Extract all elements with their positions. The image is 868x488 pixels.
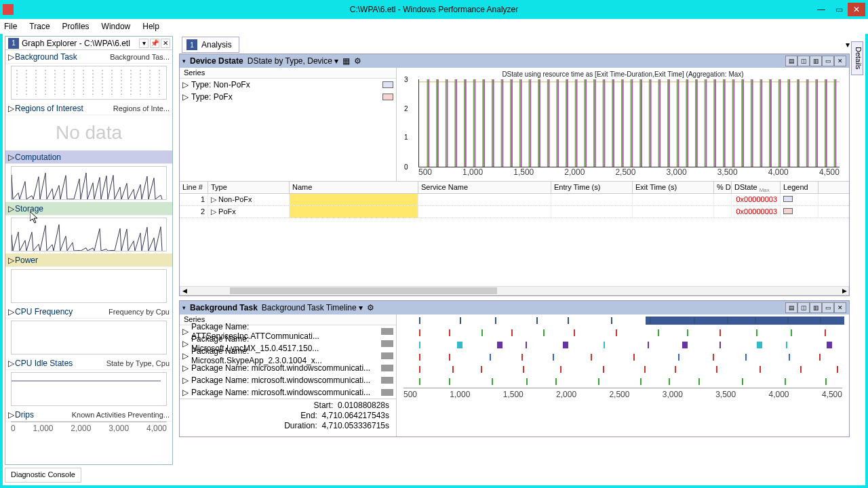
series-header: Series [180, 68, 396, 79]
workspace: 1 Graph Explorer - C:\WPA\6.etl ▾ 📌 ✕ ▷B… [3, 34, 865, 485]
titlebar: C:\WPA\6.etl - Windows Performance Analy… [0, 0, 868, 19]
chart-config-icon[interactable]: ⚙ [367, 303, 374, 312]
col-header[interactable]: Name [290, 182, 418, 193]
ge-pin-icon[interactable]: 📌 [150, 39, 159, 48]
timeline-row [397, 327, 849, 339]
ge-ruler: 01,0002,0003,0004,000 [11, 422, 167, 434]
col-header[interactable]: Entry Time (s) [551, 182, 633, 193]
chart-config-icon[interactable]: ⚙ [354, 56, 361, 66]
panel-preset[interactable]: Background Task Timeline ▾ [262, 303, 363, 312]
app-icon [3, 4, 14, 15]
view-table-only-icon[interactable]: ▥ [810, 56, 822, 66]
timeline-row [397, 375, 849, 388]
package-item[interactable]: ▷Package Name: microsoft.windowscommunic… [180, 362, 396, 374]
package-item[interactable]: ▷Package Name: microsoft.windowscommunic… [180, 386, 396, 399]
ge-title: Graph Explorer - C:\WPA\6.etl [22, 39, 130, 48]
timeline-row [397, 363, 849, 375]
analysis-tab-row: 1 Analysis ▾ [179, 36, 863, 54]
analysis-tab[interactable]: 1 Analysis [182, 37, 239, 53]
tab-overflow-icon[interactable]: ▾ [846, 40, 850, 49]
graph-explorer-panel: 1 Graph Explorer - C:\WPA\6.etl ▾ 📌 ✕ ▷B… [5, 36, 173, 465]
col-header[interactable]: Line # [180, 182, 208, 193]
analysis-badge: 1 [186, 39, 197, 50]
view-split-icon[interactable]: ◫ [797, 302, 810, 313]
data-table: Line #TypeNameService NameEntry Time (s)… [180, 181, 849, 296]
chart-type-icon[interactable]: ▦ [342, 56, 350, 66]
panel-close-icon[interactable]: ✕ [834, 302, 846, 313]
collapse-icon[interactable]: ▾ [182, 58, 186, 64]
timeline-row [397, 339, 849, 351]
details-tab[interactable]: Details [851, 41, 863, 75]
timeline-row [397, 314, 849, 327]
ge-section-2[interactable]: ▷Computation [5, 150, 172, 164]
ge-section-1[interactable]: ▷Regions of InterestRegions of Inte... [5, 102, 172, 115]
collapse-icon[interactable]: ▾ [182, 304, 186, 311]
package-item[interactable]: ▷Package Name: Microsoft.SkypeApp_2.3.0.… [180, 350, 396, 362]
ge-section-5[interactable]: ▷CPU FrequencyFrequency by Cpu [5, 305, 172, 319]
bgtask-header[interactable]: ▾ Background Task Background Task Timeli… [180, 301, 849, 314]
ge-thumbnail[interactable] [11, 166, 167, 200]
view-table-only-icon[interactable]: ▥ [810, 302, 822, 313]
diagnostic-console[interactable]: Diagnostic Console [5, 468, 81, 483]
col-header[interactable]: DState Max [732, 182, 781, 193]
ge-section-0[interactable]: ▷Background TaskBackground Tas... [5, 50, 172, 64]
device-dstate-panel: ▾ Device Dstate DState by Type, Device ▾… [179, 54, 850, 296]
package-pane: Series ▷Package Name: ATTServicesInc.ATT… [180, 314, 397, 436]
panel-close-icon[interactable]: ✕ [834, 56, 846, 66]
ge-thumbnail[interactable] [11, 372, 167, 406]
menubar: File Trace Profiles Window Help [0, 19, 868, 34]
col-header[interactable]: Legend [781, 182, 818, 193]
chart-xaxis: 5001,0001,5002,0002,5003,0003,5004,0004,… [418, 167, 840, 178]
table-row[interactable]: 2▷ PoFx0x00000003 [180, 206, 849, 218]
series-item[interactable]: ▷Type: PoFx [180, 91, 396, 103]
bgtask-panel: ▾ Background Task Background Task Timeli… [179, 300, 850, 437]
maximize-button[interactable]: ▭ [830, 3, 848, 16]
col-header[interactable]: Service Name [418, 182, 551, 193]
ge-thumbnail[interactable] [11, 66, 167, 100]
ge-badge: 1 [8, 38, 19, 49]
menu-help[interactable]: Help [142, 22, 159, 31]
series-pane: Series ▷Type: Non-PoFx▷Type: PoFx [180, 68, 397, 181]
series-item[interactable]: ▷Type: Non-PoFx [180, 79, 396, 91]
analysis-tab-label: Analysis [201, 40, 232, 49]
menu-profiles[interactable]: Profiles [62, 22, 90, 31]
panel-maximize-icon[interactable]: ▭ [822, 302, 834, 313]
ge-thumbnail[interactable] [11, 321, 167, 354]
graph-explorer-tab[interactable]: 1 Graph Explorer - C:\WPA\6.etl ▾ 📌 ✕ [5, 37, 172, 50]
view-split-icon[interactable]: ◫ [797, 56, 810, 66]
col-header[interactable]: Type [208, 182, 290, 193]
timeline-chart[interactable]: 5001,0001,5002,0002,5003,0003,5004,0004,… [397, 314, 849, 436]
minimize-button[interactable]: — [812, 3, 830, 16]
ge-section-6[interactable]: ▷CPU Idle StatesState by Type, Cpu [5, 357, 172, 370]
menu-file[interactable]: File [4, 22, 17, 31]
table-header[interactable]: Line #TypeNameService NameEntry Time (s)… [180, 182, 849, 194]
ge-thumbnail[interactable] [11, 269, 167, 303]
view-chart-only-icon[interactable]: ▤ [785, 302, 797, 313]
dstate-chart[interactable]: 3 2 1 0 [418, 79, 840, 167]
col-header[interactable]: % D [714, 182, 732, 193]
ge-section-4[interactable]: ▷Power [5, 253, 172, 267]
timeline-stats: Start: 0.010880828s End: 4,710.064217543… [180, 399, 396, 432]
panel-preset[interactable]: DState by Type, Device ▾ [248, 56, 339, 66]
close-button[interactable]: ✕ [848, 3, 865, 16]
menu-trace[interactable]: Trace [29, 22, 50, 31]
col-header[interactable]: Exit Time (s) [633, 182, 714, 193]
analysis-area: Details 1 Analysis ▾ ▾ Device Dstate DSt… [179, 36, 863, 465]
mouse-cursor-icon [30, 211, 41, 225]
package-item[interactable]: ▷Package Name: microsoft.windowscommunic… [180, 374, 396, 386]
menu-window[interactable]: Window [102, 22, 131, 31]
chart-pane: DState using resource time as [Exit Time… [397, 68, 849, 181]
table-row[interactable]: 1▷ Non-PoFx0x00000003 [180, 194, 849, 206]
ge-dropdown-icon[interactable]: ▾ [139, 39, 149, 48]
panel-title: Background Task [190, 303, 258, 312]
ge-close-icon[interactable]: ✕ [161, 39, 170, 48]
hscroll[interactable]: ◀▶ [180, 286, 849, 296]
ge-section-7[interactable]: ▷DripsKnown Activities Preventing... [5, 408, 172, 422]
device-panel-header[interactable]: ▾ Device Dstate DState by Type, Device ▾… [180, 54, 849, 68]
timeline-xaxis: 5001,0001,5002,0002,5003,0003,5004,0004,… [403, 388, 842, 399]
view-chart-only-icon[interactable]: ▤ [785, 56, 797, 66]
panel-maximize-icon[interactable]: ▭ [822, 56, 834, 66]
window-title: C:\WPA\6.etl - Windows Performance Analy… [350, 5, 519, 14]
ge-body[interactable]: ▷Background TaskBackground Tas...▷Region… [5, 50, 172, 464]
panel-title: Device Dstate [190, 56, 243, 66]
